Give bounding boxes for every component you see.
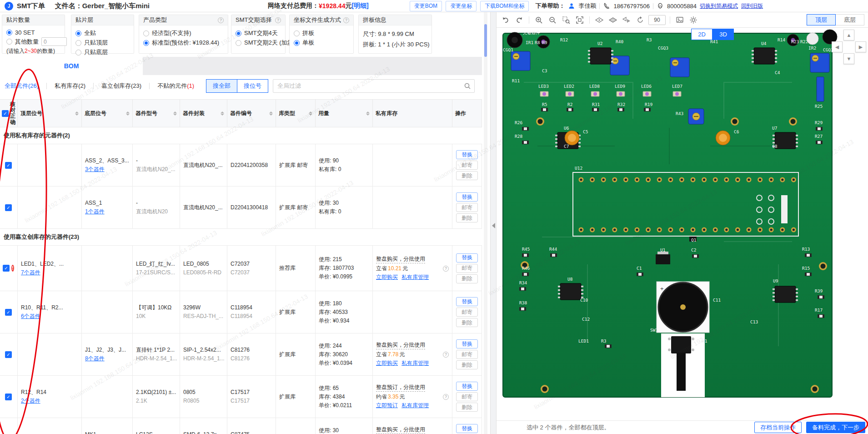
search-icon[interactable] — [464, 82, 471, 91]
zoom-fit-button[interactable] — [574, 15, 585, 25]
row-checkbox[interactable] — [3, 265, 10, 272]
search-refs-toggle[interactable]: 搜位号 — [237, 79, 268, 93]
refs-count-link[interactable]: 6个器件 — [21, 312, 78, 321]
refs-count-link[interactable]: 1个器件 — [85, 207, 129, 216]
simple-mode-link[interactable]: 切换到简易模式 — [700, 2, 738, 10]
help-question-icon[interactable]: ? — [443, 266, 449, 272]
mail-button[interactable]: 邮寄 — [456, 350, 478, 359]
replace-button[interactable]: 替换 — [456, 424, 478, 433]
replace-button[interactable]: 替换 — [456, 192, 478, 202]
layer-option-bottom[interactable]: 只贴底层 — [75, 48, 130, 56]
filter-private-stock[interactable]: 私有库存(2) — [55, 82, 85, 90]
header-package[interactable]: 器件封装 — [180, 100, 227, 127]
private-lib-manage-link[interactable]: 私有库管理 — [401, 401, 429, 410]
pcb-canvas[interactable]: 2D 3D ▲ ◀ ▶ ▼ — [497, 28, 868, 420]
mail-button[interactable]: 邮寄 — [456, 264, 478, 273]
row-checkbox[interactable] — [5, 309, 12, 316]
delete-button[interactable]: 删除 — [456, 171, 478, 180]
help-question-icon[interactable]: ? — [343, 17, 349, 23]
filter-all-components[interactable]: 全部元件(26) — [5, 82, 39, 90]
row-checkbox[interactable] — [5, 394, 12, 400]
board-rotate-button[interactable] — [635, 15, 646, 25]
global-filter-input[interactable] — [273, 79, 475, 93]
change-bom-button[interactable]: 变更BOM — [410, 1, 442, 11]
nav-up-button[interactable]: ▲ — [843, 30, 854, 40]
settings-gear-icon[interactable] — [688, 15, 699, 25]
help-question-icon[interactable]: ? — [443, 394, 449, 400]
fee-detail-link[interactable]: [明细] — [351, 2, 368, 10]
lead-option-2days[interactable]: SMT交期2天 (加急) — [236, 39, 281, 47]
filter-not-placed[interactable]: 不贴的元件(1) — [157, 82, 194, 90]
buy-now-link[interactable]: 立即购买 — [376, 359, 398, 368]
header-top-refs[interactable]: 顶层位号 — [18, 100, 82, 127]
coord-option-single[interactable]: 单板 — [294, 39, 349, 47]
zoom-out-button[interactable] — [547, 15, 558, 25]
next-step-button[interactable]: 备料完成，下一步 — [806, 422, 865, 433]
layer-option-top[interactable]: 只贴顶层 — [75, 39, 130, 47]
redo-button[interactable] — [514, 15, 525, 25]
private-lib-manage-link[interactable]: 私有库管理 — [401, 359, 429, 368]
radio-on-icon[interactable] — [6, 30, 12, 35]
mail-button[interactable]: 邮寄 — [456, 392, 478, 401]
header-usage[interactable]: 用量 — [316, 100, 373, 127]
replace-button[interactable]: 替换 — [456, 150, 478, 159]
search-all-toggle[interactable]: 搜全部 — [206, 79, 237, 93]
archive-operation-button[interactable]: 存档当前操作 — [754, 422, 802, 433]
board-top-view-button[interactable] — [594, 15, 605, 25]
delete-button[interactable]: 删除 — [456, 274, 478, 283]
row-checkbox[interactable] — [5, 162, 12, 169]
mode-2d-button[interactable]: 2D — [691, 29, 712, 40]
header-part-number[interactable]: 器件编号 — [227, 100, 276, 127]
qty-other-input[interactable] — [41, 37, 67, 46]
qty-option-other[interactable]: 其他数量 — [6, 37, 60, 46]
mode-3d-button[interactable]: 3D — [712, 29, 734, 40]
rotation-angle-input[interactable] — [648, 15, 666, 25]
delete-button[interactable]: 删除 — [456, 318, 478, 327]
qty-option-30set[interactable]: 30 SET — [6, 29, 60, 36]
change-coord-button[interactable]: 变更坐标 — [446, 1, 477, 11]
refs-count-link[interactable]: 7个器件 — [21, 268, 78, 277]
zoom-in-button[interactable] — [533, 15, 544, 25]
nav-left-button[interactable]: ◀ — [832, 41, 843, 52]
nav-right-button[interactable]: ▶ — [855, 41, 866, 52]
layer-option-all[interactable]: 全贴 — [75, 29, 130, 37]
help-question-icon[interactable]: ? — [218, 17, 224, 23]
undo-button[interactable] — [500, 15, 511, 25]
delete-button[interactable]: 删除 — [456, 403, 478, 412]
mail-button[interactable]: 邮寄 — [456, 161, 478, 170]
select-all-checkbox[interactable] — [2, 110, 9, 117]
replace-button[interactable]: 替换 — [456, 382, 478, 391]
lead-option-4days[interactable]: SMT交期4天 — [236, 29, 281, 37]
buy-now-link[interactable]: 立即预订 — [376, 401, 398, 410]
ptype-option-standard[interactable]: 标准型(预估价: ¥1928.44) — [143, 39, 224, 47]
snapshot-icon[interactable] — [674, 15, 685, 25]
coord-option-panel[interactable]: 拼板 — [294, 29, 349, 37]
old-version-link[interactable]: 回到旧版 — [741, 2, 763, 10]
private-lib-manage-link[interactable]: 私有库管理 — [401, 273, 429, 282]
radio-off-icon[interactable] — [6, 39, 12, 45]
pcb-board-render[interactable]: + 光敏器件IR1R8R9CGQ1R12R40R3CGQ3R41R14R23R2… — [497, 28, 868, 420]
scrollbar-thumb[interactable] — [484, 24, 487, 57]
tab-bom[interactable]: BOM — [0, 57, 143, 75]
delete-button[interactable]: 删除 — [456, 213, 478, 222]
refs-count-link[interactable]: 2个器件 — [21, 397, 78, 405]
mail-button[interactable]: 邮寄 — [456, 308, 478, 317]
header-bottom-refs[interactable]: 底层位号 — [82, 100, 133, 127]
row-checkbox[interactable] — [5, 204, 12, 211]
nav-down-button[interactable]: ▼ — [843, 53, 854, 64]
delete-button[interactable]: 删除 — [456, 360, 478, 369]
zoom-window-button[interactable] — [561, 15, 572, 25]
refs-count-link[interactable]: 3个器件 — [85, 165, 129, 174]
help-question-icon[interactable]: ? — [275, 17, 281, 23]
replace-button[interactable]: 替换 — [456, 253, 478, 262]
ptype-option-economy[interactable]: 经济型(不支持) — [143, 29, 224, 37]
bom-panel-scrollbar[interactable] — [484, 12, 487, 434]
filter-jlc-stock[interactable]: 嘉立创库存(23) — [101, 82, 141, 90]
header-model[interactable]: 器件型号 — [133, 100, 180, 127]
help-question-icon[interactable]: ? — [443, 352, 449, 358]
panel-collapse-handle[interactable] — [490, 12, 497, 434]
board-flip-button[interactable] — [621, 15, 632, 25]
replace-button[interactable]: 替换 — [456, 339, 478, 348]
replace-button[interactable]: 替换 — [456, 297, 478, 306]
mail-button[interactable]: 邮寄 — [456, 203, 478, 212]
